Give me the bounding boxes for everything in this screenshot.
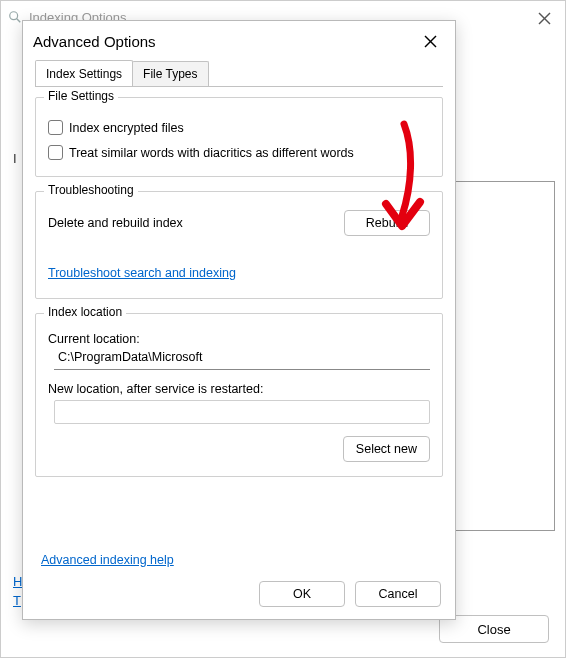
group-legend: Troubleshooting bbox=[44, 183, 138, 197]
tab-label: File Types bbox=[143, 67, 197, 81]
bg-truncated-link-h[interactable]: H bbox=[13, 574, 22, 589]
checkbox-index-encrypted[interactable] bbox=[48, 120, 63, 135]
tab-panel-index-settings: File Settings Index encrypted files Trea… bbox=[35, 87, 443, 477]
button-label: OK bbox=[293, 587, 311, 601]
group-index-location: Index location Current location: C:\Prog… bbox=[35, 313, 443, 477]
rebuild-button[interactable]: Rebuild bbox=[344, 210, 430, 236]
bg-close-dialog-button-label: Close bbox=[477, 622, 510, 637]
button-label: Cancel bbox=[379, 587, 418, 601]
rebuild-label: Delete and rebuild index bbox=[48, 216, 183, 230]
current-location-label: Current location: bbox=[48, 332, 430, 346]
button-label: Rebuild bbox=[366, 216, 408, 230]
bg-left-edge: I H T bbox=[13, 151, 22, 608]
advanced-indexing-help-link[interactable]: Advanced indexing help bbox=[41, 553, 174, 567]
svg-line-1 bbox=[17, 19, 21, 23]
dialog-title: Advanced Options bbox=[33, 33, 156, 50]
bg-truncated-link-t[interactable]: T bbox=[13, 593, 22, 608]
current-location-value: C:\ProgramData\Microsoft bbox=[54, 348, 430, 370]
rebuild-row: Delete and rebuild index Rebuild bbox=[48, 210, 430, 236]
cancel-button[interactable]: Cancel bbox=[355, 581, 441, 607]
group-legend: File Settings bbox=[44, 89, 118, 103]
row-index-encrypted: Index encrypted files bbox=[48, 120, 430, 135]
svg-point-0 bbox=[10, 12, 18, 20]
select-new-button[interactable]: Select new bbox=[343, 436, 430, 462]
group-legend: Index location bbox=[44, 305, 126, 319]
checkbox-label[interactable]: Treat similar words with diacritics as d… bbox=[69, 146, 354, 160]
new-location-field[interactable] bbox=[54, 400, 430, 424]
advanced-options-dialog: Advanced Options Index Settings File Typ… bbox=[22, 20, 456, 620]
checkbox-diacritics[interactable] bbox=[48, 145, 63, 160]
close-icon bbox=[424, 35, 437, 48]
troubleshoot-link[interactable]: Troubleshoot search and indexing bbox=[48, 266, 236, 280]
row-diacritics: Treat similar words with diacritics as d… bbox=[48, 145, 430, 160]
tab-strip: Index Settings File Types bbox=[35, 61, 443, 87]
new-location-label: New location, after service is restarted… bbox=[48, 382, 430, 396]
bg-truncated-label: I bbox=[13, 151, 22, 166]
dialog-close-button[interactable] bbox=[415, 27, 445, 55]
tab-label: Index Settings bbox=[46, 67, 122, 81]
dialog-button-row: OK Cancel bbox=[259, 581, 441, 607]
checkbox-label[interactable]: Index encrypted files bbox=[69, 121, 184, 135]
fg-titlebar: Advanced Options bbox=[23, 21, 455, 61]
bg-listbox[interactable] bbox=[455, 181, 555, 531]
button-label: Select new bbox=[356, 442, 417, 456]
group-file-settings: File Settings Index encrypted files Trea… bbox=[35, 97, 443, 177]
tab-file-types[interactable]: File Types bbox=[132, 61, 208, 86]
bg-close-button[interactable] bbox=[529, 5, 559, 31]
search-icon bbox=[7, 9, 23, 25]
group-troubleshooting: Troubleshooting Delete and rebuild index… bbox=[35, 191, 443, 299]
tab-index-settings[interactable]: Index Settings bbox=[35, 60, 133, 86]
ok-button[interactable]: OK bbox=[259, 581, 345, 607]
